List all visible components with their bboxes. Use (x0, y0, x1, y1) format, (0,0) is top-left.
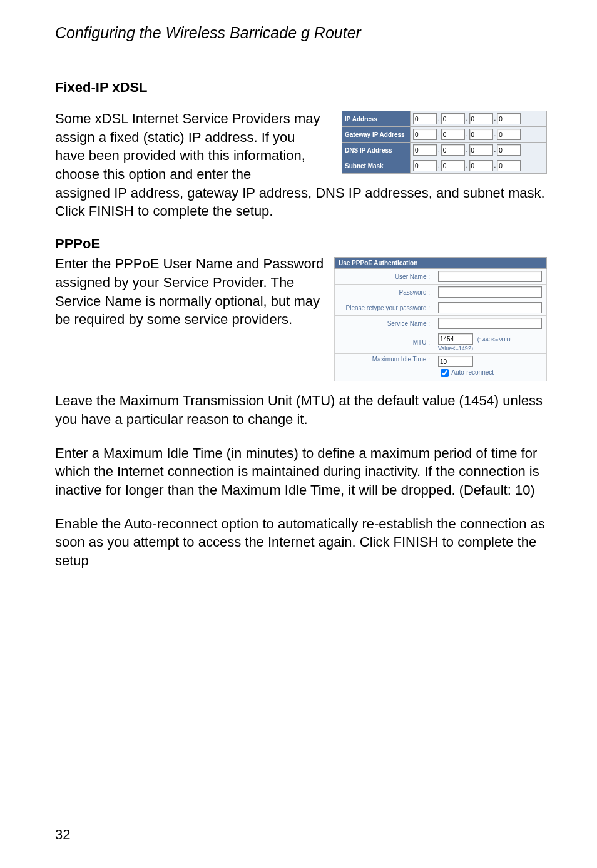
pppoe-config-panel: Use PPPoE Authentication User Name : Pas… (334, 255, 547, 381)
gw-octet-2[interactable] (441, 129, 465, 140)
mtu-paragraph: Leave the Maximum Transmission Unit (MTU… (55, 391, 547, 428)
page-number: 32 (55, 827, 70, 843)
fixedip-config-panel: IP Address ... Gateway IP Address ... DN… (342, 109, 547, 174)
dns-octet-1[interactable] (413, 144, 437, 156)
pppoe-para-left: Enter the PPPoE User Name and Password a… (55, 255, 328, 329)
mtu-label: MTU : (335, 331, 434, 354)
gateway-label: Gateway IP Address (342, 127, 411, 143)
ip-octet-3[interactable] (469, 113, 493, 124)
pppoe-table-header: Use PPPoE Authentication (335, 258, 547, 269)
ip-address-inputs: ... (411, 111, 547, 127)
pppoe-heading: PPPoE (55, 236, 547, 252)
mask-inputs: ... (411, 158, 547, 174)
ip-octet-1[interactable] (413, 113, 437, 124)
dns-inputs: ... (411, 143, 547, 158)
gw-octet-1[interactable] (413, 129, 437, 140)
mask-octet-2[interactable] (441, 160, 465, 171)
dns-octet-2[interactable] (441, 144, 465, 156)
auto-reconnect-checkbox[interactable] (441, 369, 449, 377)
idle-paragraph: Enter a Maximum Idle Time (in minutes) t… (55, 444, 547, 500)
fixedip-para-left: Some xDSL Internet Service Providers may… (55, 109, 325, 184)
ip-octet-4[interactable] (497, 113, 521, 124)
auto-reconnect-label: Auto-reconnect (451, 369, 494, 376)
mask-label: Subnet Mask (342, 158, 411, 174)
dns-octet-3[interactable] (469, 144, 493, 156)
idle-input[interactable] (438, 356, 473, 367)
fixedip-heading: Fixed-IP xDSL (55, 79, 547, 96)
password-input[interactable] (438, 286, 542, 298)
auto-paragraph: Enable the Auto-reconnect option to auto… (55, 515, 547, 570)
mask-octet-1[interactable] (413, 160, 437, 171)
retype-label: Please retype your password : (335, 300, 434, 316)
ip-octet-2[interactable] (441, 113, 465, 124)
username-label: User Name : (335, 269, 434, 285)
page-header-title: Configuring the Wireless Barricade g Rou… (55, 24, 547, 42)
idle-label: Maximum Idle Time : (335, 354, 434, 381)
username-input[interactable] (438, 271, 542, 282)
retype-password-input[interactable] (438, 302, 542, 313)
dns-label: DNS IP Address (342, 143, 411, 158)
mtu-input[interactable] (438, 333, 473, 345)
gw-octet-3[interactable] (469, 129, 493, 140)
dns-octet-4[interactable] (497, 144, 521, 156)
mask-octet-3[interactable] (469, 160, 493, 171)
service-name-label: Service Name : (335, 316, 434, 331)
password-label: Password : (335, 285, 434, 300)
gateway-inputs: ... (411, 127, 547, 143)
ip-address-label: IP Address (342, 111, 411, 127)
service-name-input[interactable] (438, 318, 542, 329)
gw-octet-4[interactable] (497, 129, 521, 140)
mask-octet-4[interactable] (497, 160, 521, 171)
fixedip-para-after: assigned IP address, gateway IP address,… (55, 184, 547, 221)
